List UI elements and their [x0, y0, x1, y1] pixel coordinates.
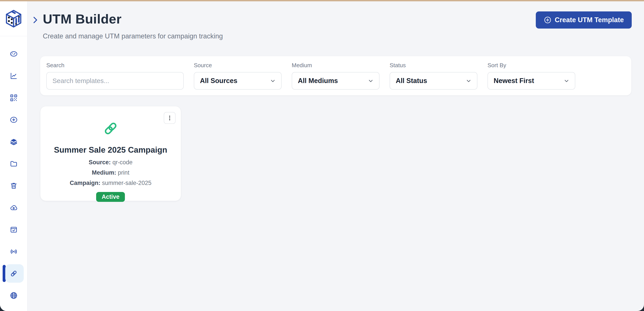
medium-select[interactable]: All Mediums: [292, 72, 380, 90]
sidebar-item-folders[interactable]: [0, 153, 27, 175]
status-select[interactable]: All Status: [390, 72, 478, 90]
template-card[interactable]: Summer Sale 2025 Campaign Source: qr-cod…: [40, 106, 181, 201]
chevron-down-icon: [270, 78, 276, 84]
sort-field: Sort By Newest First: [488, 62, 575, 90]
app-logo[interactable]: [0, 1, 27, 36]
cube-dice-logo-icon: [5, 9, 22, 28]
create-button-label: Create UTM Template: [555, 16, 624, 24]
title-block: UTM Builder Create and manage UTM parame…: [43, 12, 223, 40]
medium-value: print: [118, 169, 130, 176]
line-chart-icon: [10, 72, 18, 80]
template-medium-row: Medium: print: [92, 168, 129, 177]
gauge-icon: [10, 50, 18, 58]
template-grid: Summer Sale 2025 Campaign Source: qr-cod…: [40, 106, 631, 201]
kebab-menu-icon: [166, 115, 173, 121]
medium-select-value: All Mediums: [298, 77, 338, 85]
template-campaign-row: Campaign: summer-sale-2025: [70, 179, 152, 187]
globe-icon: [10, 291, 18, 299]
plus-circle-icon: [544, 16, 552, 24]
chevron-down-icon: [564, 78, 570, 84]
page-title: UTM Builder: [43, 12, 223, 27]
qr-code-icon: [10, 94, 18, 102]
chevron-down-icon: [466, 78, 472, 84]
medium-field: Medium All Mediums: [292, 62, 380, 90]
source-key: Source:: [89, 159, 111, 166]
medium-key: Medium:: [92, 169, 116, 176]
trash-icon: [10, 182, 18, 190]
source-field: Source All Sources: [194, 62, 282, 90]
link-icon: [10, 269, 18, 278]
source-select-value: All Sources: [200, 77, 238, 85]
sidebar-item-cloud-upload[interactable]: [0, 197, 27, 218]
app-window: UTM Builder Create and manage UTM parame…: [0, 1, 644, 311]
campaign-key: Campaign:: [70, 180, 100, 186]
plus-circle-icon: [10, 116, 18, 124]
source-select[interactable]: All Sources: [194, 72, 282, 90]
sort-select-value: Newest First: [494, 77, 534, 85]
main-area: UTM Builder Create and manage UTM parame…: [28, 1, 644, 311]
sidebar-item-domains[interactable]: [0, 284, 27, 306]
folder-icon: [10, 160, 18, 168]
status-field: Status All Status: [390, 62, 478, 90]
sidebar-item-trash[interactable]: [0, 175, 27, 197]
status-badge: Active: [96, 192, 125, 202]
sidebar-item-broadcast[interactable]: [0, 240, 27, 262]
sidebar-item-calendar[interactable]: [0, 218, 27, 240]
source-value: qr-code: [112, 159, 132, 166]
cloud-upload-icon: [10, 204, 18, 212]
status-select-value: All Status: [396, 77, 427, 85]
template-name: Summer Sale 2025 Campaign: [54, 145, 167, 155]
layers-icon: [10, 138, 18, 146]
sidebar-item-dashboard[interactable]: [0, 43, 27, 65]
template-source-row: Source: qr-code: [89, 158, 132, 166]
sidebar-item-qr-codes[interactable]: [0, 87, 27, 109]
calendar-check-icon: [10, 226, 18, 234]
sort-select[interactable]: Newest First: [488, 72, 575, 90]
create-utm-template-button[interactable]: Create UTM Template: [536, 12, 632, 29]
broadcast-icon: [10, 247, 18, 256]
sidebar-item-analytics[interactable]: [0, 65, 27, 87]
sidebar: [0, 1, 28, 311]
page-header: UTM Builder Create and manage UTM parame…: [28, 1, 644, 40]
chevron-down-icon: [368, 78, 374, 84]
sort-label: Sort By: [488, 62, 575, 69]
search-input[interactable]: [46, 72, 184, 90]
source-label: Source: [194, 62, 282, 69]
breadcrumb-chevron-icon[interactable]: [30, 15, 40, 26]
template-meta: Source: qr-code Medium: print Campaign: …: [70, 158, 152, 187]
sidebar-item-layers[interactable]: [0, 131, 27, 153]
status-label: Status: [390, 62, 478, 69]
filter-bar: Search Source All Sources Medium All Med…: [40, 56, 631, 95]
medium-label: Medium: [292, 62, 380, 69]
card-menu-button[interactable]: [164, 112, 176, 124]
search-field: Search: [46, 62, 184, 90]
campaign-value: summer-sale-2025: [102, 180, 152, 186]
sidebar-item-utm-builder[interactable]: [0, 262, 27, 284]
search-label: Search: [46, 62, 184, 69]
template-link-icon-wrap: [102, 120, 119, 138]
link-icon: [102, 120, 119, 137]
sidebar-item-create-new[interactable]: [0, 109, 27, 131]
sidebar-nav: [0, 43, 27, 306]
page-subtitle: Create and manage UTM parameters for cam…: [43, 32, 223, 40]
